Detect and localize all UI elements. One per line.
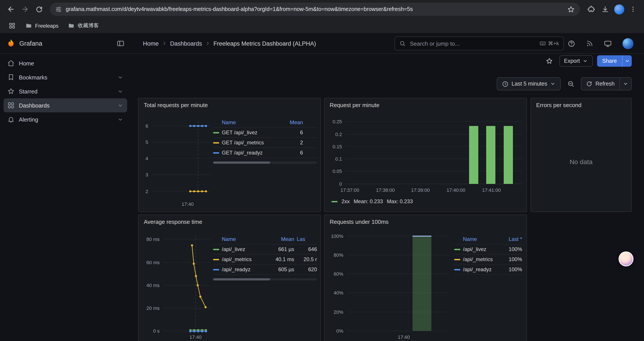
series-mean: 6 <box>281 150 303 156</box>
main-area: Home Bookmarks Starred <box>0 54 644 341</box>
legend-header-name[interactable]: Name <box>222 119 278 126</box>
series-name[interactable]: /api/_metrics <box>463 256 499 262</box>
grafana-logo[interactable] <box>6 39 16 48</box>
legend-row: /api/_metrics 100% <box>454 254 522 265</box>
search-shortcut: ⌘+k <box>540 40 559 47</box>
legend-header-mean[interactable]: Mean <box>281 119 303 126</box>
header-icons <box>568 33 634 54</box>
y-tick: 0.1 <box>324 156 342 162</box>
legend-header-name[interactable]: Name <box>222 236 267 242</box>
refresh-icon <box>586 81 592 87</box>
folder-icon <box>26 22 32 29</box>
time-controls: Last 5 minutes Refresh <box>497 77 632 90</box>
series-name[interactable]: /api/_livez <box>222 246 267 252</box>
refresh-button[interactable]: Refresh <box>581 78 620 90</box>
downloads-icon[interactable] <box>598 3 612 16</box>
legend-scrollbar[interactable] <box>213 162 317 164</box>
series-mean: 40.1 ms <box>270 256 294 262</box>
profile-icon[interactable] <box>612 3 626 16</box>
series-name[interactable]: GET /api/_readyz <box>222 150 278 156</box>
series-name[interactable]: /api/_readyz <box>463 266 499 272</box>
sidebar-item-label: Dashboards <box>19 102 50 109</box>
bookmark-freeleaps[interactable]: Freeleaps <box>23 21 61 30</box>
url-bar[interactable]: grafana.mathmast.com/d/deytv4rwavabkb/fr… <box>50 3 580 16</box>
sidebar-item-starred[interactable]: Starred <box>4 84 127 98</box>
scrollbar-thumb[interactable] <box>213 278 270 280</box>
bookmarks-bar: Freeleaps 收藏博客 <box>0 19 644 33</box>
bar-chart <box>324 98 527 212</box>
y-tick: 0% <box>324 328 343 333</box>
apps-grid-icon[interactable] <box>5 19 18 32</box>
refresh-interval-dropdown[interactable] <box>620 78 631 90</box>
series-mean: 2 <box>281 140 303 146</box>
back-icon[interactable] <box>4 3 18 16</box>
series-dash-blue <box>213 152 219 153</box>
legend-table: Name Mean GET /api/_livez 6 GET /api/_me… <box>213 118 317 164</box>
bookmark-star-icon[interactable] <box>564 3 577 16</box>
series-name[interactable]: /api/_metrics <box>222 256 267 262</box>
x-tick: 17:41:00 <box>478 187 504 193</box>
grafana-header: Grafana Home Dashboards Freeleaps Metric… <box>0 33 644 54</box>
monitor-icon[interactable] <box>604 40 612 47</box>
series-name[interactable]: 2xx <box>342 198 350 204</box>
legend-header-last[interactable]: Las <box>297 236 317 242</box>
y-tick: 0.25 <box>324 119 342 124</box>
search-icon <box>400 40 406 47</box>
export-button[interactable]: Export <box>559 55 592 67</box>
legend-header-name[interactable]: Name <box>463 236 499 242</box>
sidebar-toggle-icon[interactable] <box>116 40 124 47</box>
share-button[interactable]: Share <box>597 55 632 67</box>
search-input[interactable] <box>409 40 536 47</box>
series-dash-green <box>332 201 338 202</box>
sidebar-item-bookmarks[interactable]: Bookmarks <box>4 70 127 84</box>
time-range-picker[interactable]: Last 5 minutes <box>497 77 561 90</box>
panel-average-response-time: Average response time 80 ms <box>138 215 321 341</box>
user-avatar[interactable] <box>622 38 634 49</box>
bookmark-blogs[interactable]: 收藏博客 <box>66 21 102 31</box>
series-last: 100% <box>502 256 522 262</box>
breadcrumb-home[interactable]: Home <box>143 40 159 47</box>
legend-header-mean[interactable]: Mean <box>270 236 294 242</box>
y-tick: 60% <box>324 271 343 276</box>
help-icon[interactable] <box>568 40 575 47</box>
chevron-down-icon[interactable] <box>118 117 123 122</box>
reload-icon[interactable] <box>32 3 46 16</box>
site-settings-icon[interactable] <box>55 6 62 13</box>
legend-header-last[interactable]: Last * <box>502 236 522 242</box>
clock-icon <box>502 81 508 87</box>
series-last: 100% <box>502 246 522 252</box>
panel-requests-under-100ms: Requests under 100ms 100% 80% 60% 40% 20… <box>324 215 527 341</box>
panel-title[interactable]: Errors per second <box>536 102 582 108</box>
browser-menu-icon[interactable] <box>626 3 640 16</box>
legend-scrollbar[interactable] <box>213 278 317 280</box>
news-rss-icon[interactable] <box>586 40 593 47</box>
scrollbar-thumb[interactable] <box>213 162 270 164</box>
sidebar-item-home[interactable]: Home <box>4 56 127 70</box>
chevron-down-icon[interactable] <box>118 103 123 108</box>
chevron-down-icon[interactable] <box>118 88 123 94</box>
series-name[interactable]: GET /api/_livez <box>222 129 278 136</box>
zoom-out-icon[interactable] <box>565 78 577 90</box>
dashboard-actions: Export Share <box>544 55 632 67</box>
assistant-avatar[interactable] <box>618 251 634 266</box>
star-icon <box>8 88 14 95</box>
legend-row: GET /api/_readyz 6 <box>213 148 317 158</box>
share-dropdown-icon[interactable] <box>622 55 632 67</box>
no-data-message: No data <box>531 158 631 165</box>
series-name[interactable]: /api/_livez <box>463 246 499 252</box>
chevron-down-icon[interactable] <box>118 74 123 80</box>
series-dash-green <box>213 249 219 250</box>
sidebar-item-dashboards[interactable]: Dashboards <box>4 98 127 112</box>
sidebar-item-alerting[interactable]: Alerting <box>4 112 127 126</box>
forward-icon[interactable] <box>18 3 32 16</box>
series-name[interactable]: GET /api/_metrics <box>222 140 278 146</box>
sidebar: Home Bookmarks Starred <box>0 54 131 341</box>
series-dash-blue <box>213 269 219 270</box>
search-box[interactable]: ⌘+k <box>394 37 564 51</box>
series-name[interactable]: /api/_readyz <box>222 266 267 272</box>
favorite-star-icon[interactable] <box>544 55 555 67</box>
folder-icon <box>68 22 75 29</box>
extensions-icon[interactable] <box>584 3 598 16</box>
breadcrumb-dashboards[interactable]: Dashboards <box>170 40 202 47</box>
brand-name: Grafana <box>19 40 42 47</box>
